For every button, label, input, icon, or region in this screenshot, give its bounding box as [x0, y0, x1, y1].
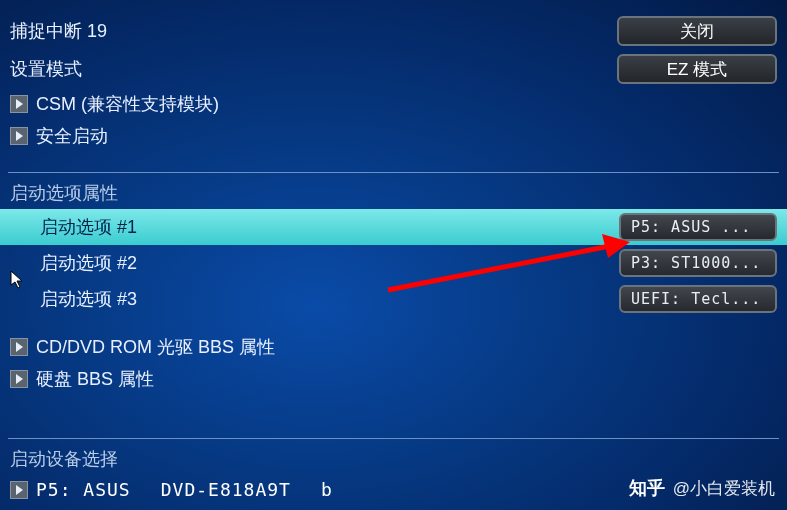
- watermark: 知乎 @小白爱装机: [629, 476, 775, 500]
- boot-device-suffix: b: [321, 479, 333, 500]
- boot-option-3-value[interactable]: UEFI: Tecl...: [619, 285, 777, 313]
- boot-option-1-row[interactable]: 启动选项 #1 P5: ASUS ...: [0, 209, 787, 245]
- cd-dvd-bbs-item[interactable]: CD/DVD ROM 光驱 BBS 属性: [0, 331, 787, 363]
- hdd-bbs-item[interactable]: 硬盘 BBS 属性: [0, 363, 787, 395]
- secure-boot-item[interactable]: 安全启动: [0, 120, 787, 152]
- boot-props-header: 启动选项属性: [0, 175, 787, 209]
- divider: [8, 172, 779, 173]
- expand-icon: [10, 95, 28, 113]
- expand-icon: [10, 370, 28, 388]
- boot-option-3-label: 启动选项 #3: [10, 287, 619, 311]
- expand-icon: [10, 127, 28, 145]
- capture-int-label: 捕捉中断 19: [10, 19, 607, 43]
- setup-mode-label: 设置模式: [10, 57, 607, 81]
- watermark-text: @小白爱装机: [673, 477, 775, 500]
- expand-icon: [10, 481, 28, 499]
- boot-option-2-value[interactable]: P3: ST1000...: [619, 249, 777, 277]
- boot-device-model: DVD-E818A9T: [161, 479, 291, 500]
- ez-mode-button[interactable]: EZ 模式: [617, 54, 777, 84]
- boot-option-1-value[interactable]: P5: ASUS ...: [619, 213, 777, 241]
- csm-label: CSM (兼容性支持模块): [36, 92, 777, 116]
- cd-dvd-bbs-label: CD/DVD ROM 光驱 BBS 属性: [36, 335, 777, 359]
- boot-device-header: 启动设备选择: [0, 441, 787, 475]
- boot-option-1-label: 启动选项 #1: [10, 215, 619, 239]
- boot-option-2-label: 启动选项 #2: [10, 251, 619, 275]
- expand-icon: [10, 338, 28, 356]
- boot-device-prefix: P5: ASUS: [36, 479, 131, 500]
- close-button[interactable]: 关闭: [617, 16, 777, 46]
- secure-boot-label: 安全启动: [36, 124, 777, 148]
- divider: [8, 438, 779, 439]
- zhihu-logo-icon: 知乎: [629, 476, 665, 500]
- boot-option-2-row[interactable]: 启动选项 #2 P3: ST1000...: [0, 245, 787, 281]
- hdd-bbs-label: 硬盘 BBS 属性: [36, 367, 777, 391]
- csm-item[interactable]: CSM (兼容性支持模块): [0, 88, 787, 120]
- boot-option-3-row[interactable]: 启动选项 #3 UEFI: Tecl...: [0, 281, 787, 317]
